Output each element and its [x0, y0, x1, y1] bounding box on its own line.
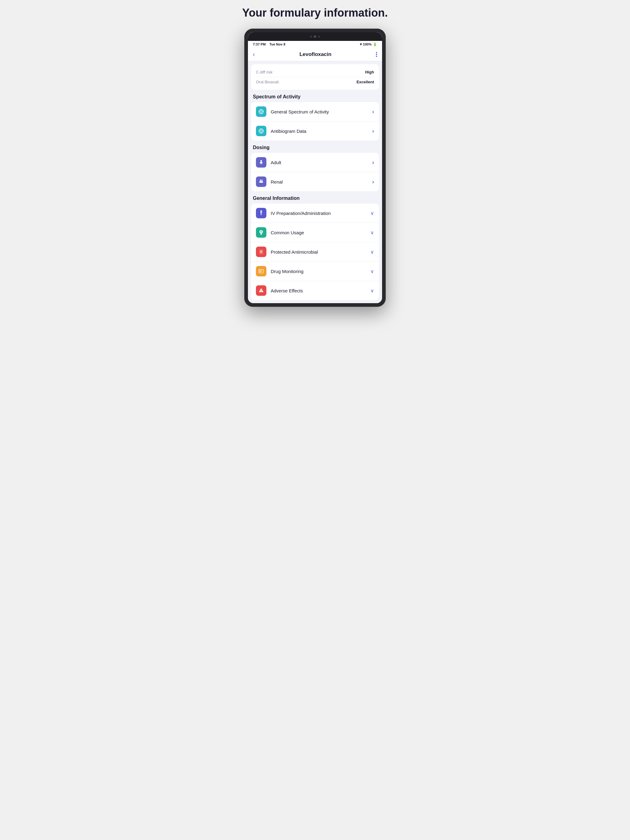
svg-text:!: ! — [261, 290, 262, 292]
status-bar: 7:37 PM Tue Nov 8 ▾ 100% 🔋 — [248, 41, 382, 47]
adult-arrow: › — [372, 159, 374, 166]
svg-rect-30 — [261, 271, 261, 272]
nav-title: Levofloxacin — [299, 51, 331, 57]
list-item-adult[interactable]: Adult › — [251, 153, 379, 172]
svg-rect-15 — [261, 164, 261, 164]
general-spectrum-icon — [256, 106, 266, 117]
camera-bar — [248, 32, 382, 41]
list-item-drug-monitoring[interactable]: Drug Monitoring ∨ — [251, 262, 379, 281]
svg-point-2 — [261, 111, 262, 112]
content-area: C.diff risk High Oral Bioavail. Excellen… — [248, 61, 382, 303]
section-header-dosing: Dosing — [248, 141, 382, 153]
list-item-iv-prep[interactable]: IV Preparation/Administration ∨ — [251, 204, 379, 223]
svg-text:R: R — [260, 250, 263, 253]
section-header-general-info: General Information — [248, 191, 382, 204]
list-item-common-usage[interactable]: Common Usage ∨ — [251, 223, 379, 242]
renal-icon — [256, 177, 266, 187]
general-spectrum-arrow: › — [372, 109, 374, 115]
svg-point-17 — [261, 180, 263, 181]
spectrum-list: General Spectrum of Activity › — [251, 102, 379, 141]
bioavail-label: Oral Bioavail. — [256, 80, 280, 84]
more-button[interactable] — [376, 52, 377, 57]
dosing-list: Adult › Renal › — [251, 153, 379, 191]
drug-monitoring-chevron: ∨ — [370, 268, 374, 274]
common-usage-chevron: ∨ — [370, 230, 374, 235]
svg-point-16 — [260, 180, 261, 181]
nav-bar: ‹ Levofloxacin — [248, 47, 382, 61]
general-info-list: IV Preparation/Administration ∨ — [251, 204, 379, 300]
renal-label: Renal — [271, 179, 372, 185]
bottom-gap — [248, 300, 382, 303]
adverse-effects-label: Adverse Effects — [271, 288, 370, 293]
status-right: ▾ 100% 🔋 — [360, 42, 377, 46]
svg-rect-20 — [261, 210, 261, 211]
back-button[interactable]: ‹ — [253, 51, 255, 58]
renal-arrow: › — [372, 178, 374, 185]
protected-antimicrobial-chevron: ∨ — [370, 249, 374, 255]
drug-info-row-cdiff: C.diff risk High — [256, 69, 374, 76]
camera-dot-left — [310, 36, 312, 38]
bioavail-value: Excellent — [356, 80, 374, 84]
antibiogram-label: Antibiogram Data — [271, 128, 372, 134]
section-header-spectrum: Spectrum of Activity — [248, 90, 382, 102]
list-item-protected-antimicrobial[interactable]: R Protected Antimicrobial ∨ — [251, 242, 379, 262]
antibiogram-arrow: › — [372, 128, 374, 134]
status-time-date: 7:37 PM Tue Nov 8 — [253, 43, 285, 46]
hero-title: Your formulary information. — [242, 6, 388, 19]
iv-prep-icon — [256, 208, 266, 218]
list-item-antibiogram[interactable]: Antibiogram Data › — [251, 122, 379, 141]
general-spectrum-label: General Spectrum of Activity — [271, 109, 372, 114]
camera-dot-center — [314, 35, 316, 38]
adverse-effects-chevron: ∨ — [370, 288, 374, 294]
tablet-frame: 7:37 PM Tue Nov 8 ▾ 100% 🔋 ‹ Levofloxaci… — [244, 28, 386, 307]
camera-dot-right — [318, 36, 320, 38]
status-date: Tue Nov 8 — [269, 43, 285, 46]
adult-icon — [256, 157, 266, 167]
common-usage-label: Common Usage — [271, 230, 370, 235]
list-item-general-spectrum[interactable]: General Spectrum of Activity › — [251, 102, 379, 122]
tablet-screen: 7:37 PM Tue Nov 8 ▾ 100% 🔋 ‹ Levofloxaci… — [248, 32, 382, 303]
drug-monitoring-icon — [256, 266, 266, 276]
svg-rect-31 — [259, 271, 260, 272]
drug-info-card: C.diff risk High Oral Bioavail. Excellen… — [251, 64, 379, 90]
common-usage-icon — [256, 227, 266, 238]
adverse-effects-icon: ! — [256, 285, 266, 296]
iv-prep-chevron: ∨ — [370, 210, 374, 216]
drug-info-row-bioavail: Oral Bioavail. Excellent — [256, 77, 374, 85]
svg-point-14 — [261, 160, 262, 162]
adult-label: Adult — [271, 160, 372, 165]
svg-point-9 — [261, 131, 262, 132]
iv-prep-label: IV Preparation/Administration — [271, 211, 370, 216]
list-item-adverse-effects[interactable]: ! Adverse Effects ∨ — [251, 281, 379, 300]
list-item-renal[interactable]: Renal › — [251, 172, 379, 191]
cdiff-label: C.diff risk — [256, 70, 272, 74]
protected-antimicrobial-icon: R — [256, 246, 266, 257]
cdiff-value: High — [365, 70, 374, 74]
battery-percent: 100% — [363, 43, 372, 46]
battery-icon: 🔋 — [373, 43, 377, 46]
protected-antimicrobial-label: Protected Antimicrobial — [271, 249, 370, 254]
drug-monitoring-label: Drug Monitoring — [271, 269, 370, 274]
wifi-icon: ▾ — [360, 42, 362, 46]
status-time: 7:37 PM — [253, 43, 266, 46]
svg-rect-22 — [261, 234, 262, 235]
antibiogram-icon — [256, 126, 266, 136]
